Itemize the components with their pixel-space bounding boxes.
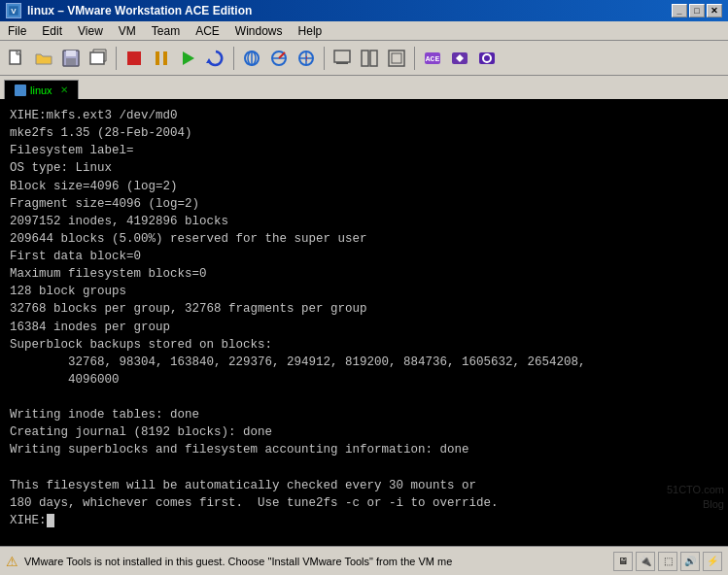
- menu-file[interactable]: File: [0, 21, 34, 40]
- menu-edit[interactable]: Edit: [34, 21, 70, 40]
- menu-vm[interactable]: VM: [111, 21, 144, 40]
- network-icon[interactable]: 🔌: [636, 552, 655, 571]
- window-controls[interactable]: _ □ ✕: [672, 4, 722, 17]
- toolbar-sep4: [414, 47, 415, 70]
- toolbar-sep2: [233, 47, 234, 70]
- app-icon: V: [6, 3, 21, 18]
- svg-rect-24: [370, 51, 377, 66]
- terminal-container[interactable]: XIHE:mkfs.ext3 /dev/md0 mke2fs 1.35 (28-…: [0, 99, 728, 546]
- title-bar: V linux – VMware Workstation ACE Edition…: [0, 0, 728, 21]
- tab-icon: [15, 85, 26, 96]
- svg-rect-23: [362, 51, 368, 66]
- menu-windows[interactable]: Windows: [227, 21, 291, 40]
- status-right-icons: 🖥 🔌 ⬚ 🔊 ⚡: [613, 552, 722, 571]
- toolbar-ace-btn1[interactable]: ACE: [420, 46, 445, 71]
- menu-help[interactable]: Help: [291, 21, 330, 40]
- svg-text:V: V: [11, 7, 17, 16]
- toolbar-btn-net2[interactable]: [266, 46, 292, 71]
- toolbar-view-btn2[interactable]: [357, 46, 382, 71]
- toolbar-open-button[interactable]: [31, 46, 56, 71]
- toolbar-save-button[interactable]: [58, 46, 84, 71]
- toolbar-btn4[interactable]: [86, 46, 111, 71]
- minimize-button[interactable]: _: [672, 4, 687, 17]
- svg-text:ACE: ACE: [426, 54, 440, 63]
- monitor-icon[interactable]: 🖥: [613, 552, 633, 571]
- toolbar-new-button[interactable]: [4, 46, 29, 71]
- toolbar-ace-btn2[interactable]: [447, 46, 472, 71]
- tab-label: linux: [30, 85, 52, 96]
- svg-rect-6: [90, 52, 104, 64]
- tab-bar: linux ✕: [0, 76, 728, 99]
- toolbar-sep1: [116, 47, 117, 70]
- audio-icon[interactable]: 🔊: [680, 552, 700, 571]
- svg-rect-22: [336, 62, 348, 64]
- svg-rect-8: [156, 51, 159, 65]
- terminal-output[interactable]: XIHE:mkfs.ext3 /dev/md0 mke2fs 1.35 (28-…: [0, 99, 728, 546]
- status-bar: ⚠ VMware Tools is not installed in this …: [0, 546, 728, 575]
- power-icon[interactable]: ⚡: [703, 552, 722, 571]
- svg-rect-5: [66, 58, 76, 65]
- maximize-button[interactable]: □: [689, 4, 705, 17]
- svg-rect-4: [66, 51, 76, 56]
- svg-marker-10: [183, 51, 194, 65]
- toolbar-stop-button[interactable]: [121, 46, 147, 71]
- toolbar-sep3: [324, 47, 325, 70]
- toolbar-btn-net3[interactable]: !: [294, 46, 319, 71]
- toolbar-reset-button[interactable]: [203, 46, 228, 71]
- toolbar-play-button[interactable]: [176, 46, 201, 71]
- close-button[interactable]: ✕: [707, 4, 722, 17]
- svg-rect-9: [163, 51, 167, 65]
- toolbar-ace-btn3[interactable]: [474, 46, 500, 71]
- vm-content-area: linux ✕ XIHE:mkfs.ext3 /dev/md0 mke2fs 1…: [0, 76, 728, 546]
- window-title: linux – VMware Workstation ACE Edition: [27, 4, 252, 17]
- toolbar-btn-net1[interactable]: [239, 46, 264, 71]
- menu-bar: File Edit View VM Team ACE Windows Help: [0, 21, 728, 41]
- menu-view[interactable]: View: [70, 21, 111, 40]
- svg-text:!: !: [304, 54, 309, 63]
- menu-team[interactable]: Team: [144, 21, 188, 40]
- svg-rect-25: [389, 51, 404, 66]
- svg-rect-26: [392, 53, 401, 63]
- svg-rect-21: [334, 51, 350, 62]
- toolbar-view-btn3[interactable]: [384, 46, 409, 71]
- svg-marker-11: [206, 58, 212, 63]
- tab-linux[interactable]: linux ✕: [4, 80, 79, 99]
- menu-ace[interactable]: ACE: [188, 21, 227, 40]
- toolbar-pause-button[interactable]: [149, 46, 174, 71]
- toolbar: ! ACE: [0, 41, 728, 76]
- status-text: VMware Tools is not installed in this gu…: [24, 556, 607, 567]
- tab-close-button[interactable]: ✕: [60, 85, 68, 95]
- usb-icon[interactable]: ⬚: [658, 552, 677, 571]
- svg-rect-7: [127, 51, 141, 65]
- warning-icon: ⚠: [6, 554, 18, 569]
- toolbar-fullscreen-button[interactable]: [329, 46, 355, 71]
